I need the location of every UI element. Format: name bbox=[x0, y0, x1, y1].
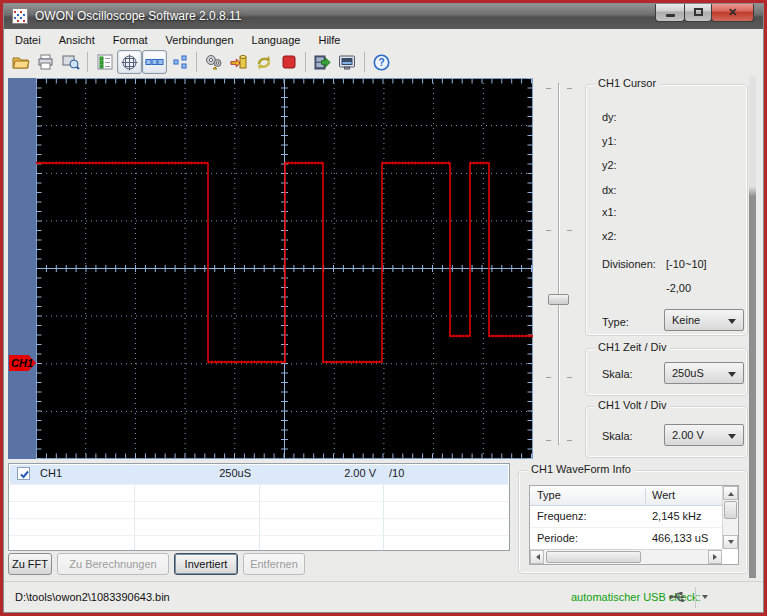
channel-checkbox[interactable] bbox=[17, 467, 30, 480]
stop-icon bbox=[282, 55, 296, 69]
connect-button[interactable] bbox=[226, 50, 251, 74]
app-window: OWON Oscilloscope Software 2.0.8.11 ✕ Da… bbox=[0, 0, 767, 616]
cursor-type-value: Keine bbox=[672, 314, 700, 326]
channel-probe: /10 bbox=[389, 467, 404, 479]
cursor-dy-label: dy: bbox=[602, 111, 617, 123]
toolbar-separator bbox=[364, 52, 365, 72]
scroll-left-icon bbox=[533, 554, 540, 560]
channel-volt: 2.00 V bbox=[264, 467, 376, 479]
column-separator bbox=[645, 488, 646, 504]
grid-toggle-button[interactable] bbox=[117, 50, 142, 74]
export-video-icon bbox=[313, 54, 332, 71]
col-wert: Wert bbox=[652, 489, 675, 501]
calc-button[interactable]: Zu Berechnungen bbox=[57, 553, 169, 575]
menu-format[interactable]: Format bbox=[104, 32, 157, 48]
menu-ansicht[interactable]: Ansicht bbox=[50, 32, 104, 48]
help-button[interactable]: ? bbox=[369, 50, 394, 74]
menu-verbindungen[interactable]: Verbindungen bbox=[157, 32, 243, 48]
waveform-info-panel: CH1 WaveForm Info Type Wert Frequenz: 2,… bbox=[518, 470, 748, 574]
dots-toggle-button[interactable] bbox=[167, 50, 192, 74]
table-row[interactable]: Periode: 466,133 uS bbox=[530, 528, 722, 550]
dotted-line-icon bbox=[145, 57, 164, 67]
print-button[interactable] bbox=[33, 50, 58, 74]
print-preview-button[interactable] bbox=[58, 50, 83, 74]
scroll-down-icon bbox=[728, 540, 734, 547]
channel-position-marker[interactable]: CH1 bbox=[9, 355, 36, 371]
window-right-frame bbox=[749, 76, 756, 578]
cursor-y2-label: y2: bbox=[602, 159, 617, 171]
col-type: Type bbox=[537, 489, 561, 501]
export-button[interactable] bbox=[310, 50, 335, 74]
settings-button[interactable] bbox=[201, 50, 226, 74]
close-icon: ✕ bbox=[728, 6, 737, 19]
cursor-type-select[interactable]: Keine bbox=[664, 309, 744, 331]
cursor-dx-label: dx: bbox=[602, 184, 617, 196]
toolbar: ? bbox=[8, 49, 394, 75]
file-path: D:\tools\owon2\1083390643.bin bbox=[15, 591, 170, 603]
waveform-info-table: Type Wert Frequenz: 2,145 kHz Periode: 4… bbox=[529, 485, 739, 565]
vertical-scrollbar[interactable] bbox=[722, 486, 738, 549]
invert-button[interactable]: Invertiert bbox=[174, 553, 238, 575]
time-skala-label: Skala: bbox=[602, 368, 633, 380]
freq-value: 2,145 kHz bbox=[652, 510, 702, 522]
menu-datei[interactable]: Datei bbox=[6, 32, 50, 48]
check-icon bbox=[19, 469, 30, 480]
screen-display-icon bbox=[338, 54, 357, 71]
channel-strip: CH1 bbox=[8, 78, 36, 459]
menubar: Datei Ansicht Format Verbindungen Langua… bbox=[6, 30, 747, 49]
channel-time: 250uS bbox=[139, 467, 251, 479]
scope-display: CH1 bbox=[8, 78, 545, 459]
chevron-down-icon bbox=[702, 595, 708, 602]
screen-button[interactable] bbox=[335, 50, 360, 74]
channel-list: CH1 250uS 2.00 V /10 bbox=[8, 463, 510, 551]
channel-row-ch1[interactable] bbox=[10, 465, 508, 484]
period-label: Periode: bbox=[537, 532, 578, 544]
open-folder-icon bbox=[12, 54, 30, 70]
refresh-button[interactable] bbox=[251, 50, 276, 74]
minimize-button[interactable] bbox=[655, 3, 685, 22]
app-icon-glyph bbox=[13, 9, 27, 23]
cursor-y1-label: y1: bbox=[602, 135, 617, 147]
hscroll-thumb[interactable] bbox=[546, 551, 641, 563]
maximize-button[interactable] bbox=[684, 3, 712, 22]
waveform-info-title: CH1 WaveForm Info bbox=[527, 463, 635, 475]
open-button[interactable] bbox=[8, 50, 33, 74]
stop-button[interactable] bbox=[276, 50, 301, 74]
usb-check-dropdown[interactable] bbox=[695, 587, 713, 608]
slider-thumb[interactable] bbox=[548, 294, 569, 305]
chevron-down-icon bbox=[728, 372, 736, 381]
volt-div-select[interactable]: 2.00 V bbox=[664, 424, 744, 446]
scroll-up-icon bbox=[728, 489, 734, 496]
remove-button[interactable]: Entfernen bbox=[243, 553, 305, 575]
volt-div-value: 2.00 V bbox=[672, 429, 704, 441]
close-button[interactable]: ✕ bbox=[711, 3, 754, 22]
time-div-select[interactable]: 250uS bbox=[664, 362, 744, 384]
menu-language[interactable]: Language bbox=[243, 32, 310, 48]
table-row[interactable]: Frequenz: 2,145 kHz bbox=[530, 506, 722, 528]
time-div-panel: CH1 Zeit / Div Skala: 250uS bbox=[585, 348, 748, 396]
channel-list-button[interactable] bbox=[92, 50, 117, 74]
app-icon bbox=[12, 8, 28, 24]
help-icon: ? bbox=[373, 54, 390, 71]
volt-skala-label: Skala: bbox=[602, 430, 633, 442]
grid-icon bbox=[121, 54, 138, 71]
freq-label: Frequenz: bbox=[537, 510, 587, 522]
menu-hilfe[interactable]: Hilfe bbox=[309, 32, 349, 48]
volt-div-panel: CH1 Volt / Div Skala: 2.00 V bbox=[585, 406, 748, 458]
settings-gears-icon bbox=[205, 54, 223, 71]
dotted-line-toggle-button[interactable] bbox=[142, 50, 167, 74]
refresh-icon bbox=[255, 54, 273, 71]
divisions-label: Divisionen: bbox=[602, 258, 656, 270]
vertical-position-slider[interactable] bbox=[546, 80, 572, 448]
vscroll-thumb[interactable] bbox=[724, 501, 737, 519]
horizontal-scrollbar[interactable] bbox=[530, 549, 722, 564]
cursor-x1-label: x1: bbox=[602, 206, 617, 218]
time-div-value: 250uS bbox=[672, 367, 704, 379]
fft-button[interactable]: Zu FFT bbox=[8, 553, 52, 575]
volt-div-title: CH1 Volt / Div bbox=[594, 399, 670, 411]
scope-plot[interactable] bbox=[36, 78, 533, 459]
statusbar: D:\tools\owon2\1083390643.bin automatisc… bbox=[3, 581, 764, 613]
scroll-right-icon bbox=[713, 554, 720, 560]
time-div-title: CH1 Zeit / Div bbox=[594, 341, 670, 353]
window-title: OWON Oscilloscope Software 2.0.8.11 bbox=[35, 9, 242, 23]
